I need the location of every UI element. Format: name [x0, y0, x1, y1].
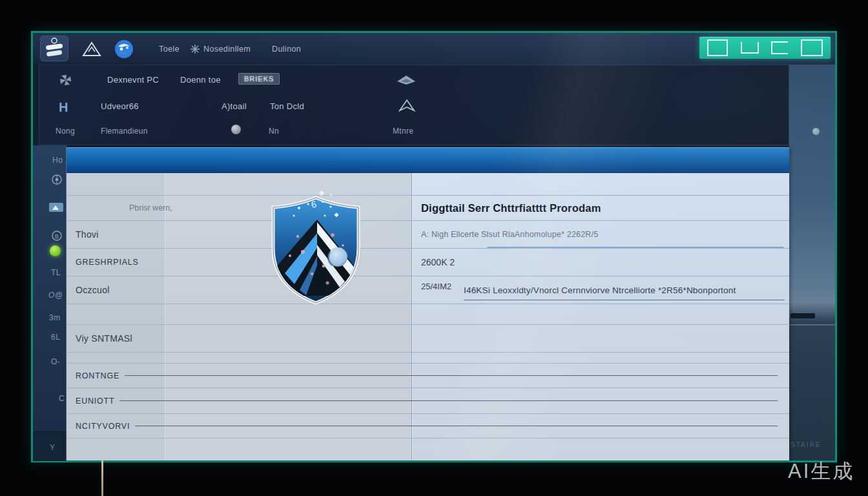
table-row: GRESHRPIALS 2600K 2 [67, 248, 789, 276]
paper-plane-icon[interactable] [398, 99, 415, 113]
table-row: Thovi A: Nigh Ellcerte Slsut RlaAnhomolu… [67, 220, 789, 248]
stealth-shape-icon[interactable] [396, 74, 417, 86]
menu-entry[interactable]: A)toail [222, 101, 247, 111]
menu-entry[interactable]: Nong [56, 127, 75, 136]
svg-text:B: B [55, 233, 59, 240]
sidebar-item[interactable]: O- [51, 357, 60, 366]
highlighted-badge[interactable]: BRIEKS [238, 73, 280, 85]
menu-entry[interactable]: Udveor66 [101, 101, 139, 111]
row-label: RONTNGE [76, 371, 119, 380]
window-control-2[interactable] [741, 42, 759, 54]
b-circle-icon[interactable]: B [51, 230, 63, 242]
sphere-icon [231, 125, 241, 134]
titlebar[interactable]: Toele Nosedinllem Dulinon [33, 33, 835, 65]
dialog-title: Diggttail Serr Chttrfiatttt Prorodam [421, 202, 601, 214]
window-control-4[interactable] [801, 39, 823, 56]
table-row [67, 438, 789, 460]
dotted-rule [125, 375, 778, 376]
sidebar-item[interactable]: C [59, 394, 65, 403]
pinwheel-icon [59, 73, 73, 87]
sidebar-item-ho[interactable]: Ho [52, 156, 63, 165]
window-controls [699, 37, 831, 59]
row-label: Oczcuol [76, 285, 110, 295]
menu-item-nosedinllem[interactable]: Nosedinllem [203, 33, 251, 65]
detail-text: I46KSi Leoxxldty/Vnorcl Cernnviorve Ntrc… [464, 285, 785, 300]
menu-entry[interactable]: Doenn toe [180, 75, 221, 85]
mountain-icon[interactable] [82, 33, 101, 65]
status-badge: STAIRE [790, 441, 821, 448]
separator-blue-line [487, 247, 784, 248]
app-logo-button[interactable] [40, 36, 68, 61]
sidebar-footer-label[interactable]: Y [50, 443, 56, 452]
more-menu-entry[interactable]: Mtnre [393, 127, 413, 136]
table-row: Viy SNTMASl [67, 324, 789, 352]
table-row [67, 173, 789, 195]
row-label: Thovi [76, 229, 99, 240]
dotted-rule [119, 400, 778, 401]
menu-item-dulinon[interactable]: Dulinon [272, 33, 301, 65]
menu-entry[interactable]: Dexnevnt PC [107, 75, 159, 85]
horizon-line [789, 324, 835, 326]
dotted-rule [135, 426, 778, 426]
menu-panel: Dexnevnt PC Doenn toe BRIEKS H Udveor66 … [39, 65, 789, 145]
window-control-3[interactable] [771, 41, 788, 54]
table-row [67, 352, 789, 363]
sidebar-item[interactable]: 3m [49, 313, 61, 322]
table-row: EUNIOTT [67, 388, 789, 413]
window-control-1[interactable] [707, 39, 728, 56]
publisher-label: Pbrisr wern, [129, 203, 172, 212]
photo-icon[interactable] [48, 201, 64, 214]
row-value: 25/4IM2 [421, 282, 451, 291]
snowflake-icon [189, 33, 201, 65]
cable-line [101, 460, 103, 496]
menu-item-toele[interactable]: Toele [159, 33, 180, 65]
row-value: 2600K 2 [421, 257, 455, 267]
sidebar-item[interactable]: 6L [51, 333, 60, 342]
row-value: A: Nigh Ellcerte Slsut RlaAnhomolupe* 22… [421, 230, 598, 239]
horizon-silhouette [790, 313, 815, 318]
globe-logo-icon[interactable] [113, 33, 135, 65]
row-label: GRESHRPIALS [76, 258, 139, 267]
green-dot-icon[interactable] [50, 245, 61, 256]
rosette-icon[interactable] [51, 174, 63, 185]
main-window: Toele Nosedinllem Dulinon [31, 31, 837, 462]
sidebar: Ho B TL O@ 3m 6L O- C Y [33, 145, 67, 460]
menu-item-label: Toele [159, 45, 180, 54]
row-label: EUNIOTT [76, 397, 114, 406]
sidebar-item[interactable]: O@ [48, 291, 63, 300]
row-label: Viy SNTMASl [76, 333, 132, 344]
row-label: NCITYVORVI [76, 422, 130, 431]
s-layers-icon [40, 36, 68, 61]
table-row: RONTNGE [67, 363, 789, 388]
dialog-body: Pbrisr wern, Diggttail Serr Chttrfiatttt… [67, 173, 789, 460]
desktop-background-strip: STAIRE [789, 65, 835, 460]
certificate-dialog: Pbrisr wern, Diggttail Serr Chttrfiatttt… [67, 147, 789, 460]
table-row [67, 304, 789, 324]
ai-watermark: AI生成 [788, 458, 854, 485]
table-row: Pbrisr wern, Diggttail Serr Chttrfiatttt… [67, 195, 789, 220]
shield-certificate-logo: 6 [260, 189, 371, 311]
h-bar-icon: H [59, 100, 68, 115]
menu-entry[interactable]: Flemandieun [101, 127, 148, 136]
sidebar-item[interactable]: TL [51, 268, 61, 277]
dialog-titlebar[interactable] [67, 147, 789, 173]
sidebar-footer: Y [33, 431, 67, 461]
table-row: NCITYVORVI [67, 413, 789, 438]
menu-entry[interactable]: Ton Dcld [270, 101, 304, 111]
menu-item-label: Nosedinllem [203, 45, 251, 54]
moon-glow [812, 128, 820, 135]
menu-entry[interactable]: Nn [269, 127, 279, 136]
menu-item-label: Dulinon [272, 45, 301, 54]
